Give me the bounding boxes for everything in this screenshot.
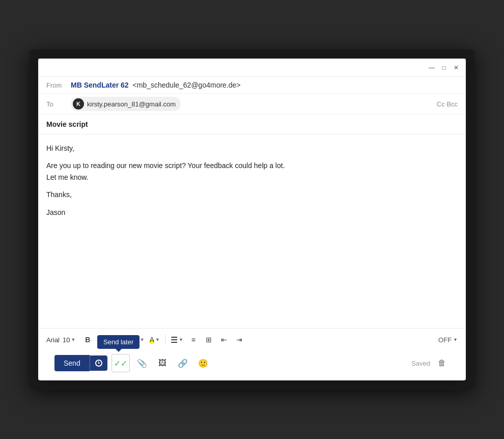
highlight-chevron-icon: ▼ bbox=[155, 337, 160, 342]
image-button[interactable]: 🖼 bbox=[154, 355, 171, 371]
align-icon: ☰ bbox=[171, 335, 178, 345]
send-clock-button[interactable] bbox=[90, 355, 107, 371]
body-paragraph: Are you up to reading our new movie scri… bbox=[46, 160, 458, 183]
font-name-label: Arial bbox=[46, 336, 60, 344]
to-label: To bbox=[46, 100, 67, 108]
action-bar: Send later Send ✓✓ 📎 🖼 bbox=[46, 351, 458, 378]
off-toggle[interactable]: OFF ▼ bbox=[438, 336, 458, 344]
from-email: <mb_schedule_62@go4more.de> bbox=[133, 81, 241, 89]
to-row: To K kirsty.pearson_81@gmail.com Cc Bcc bbox=[38, 94, 466, 115]
minimize-button[interactable]: — bbox=[428, 64, 435, 71]
font-color-chevron-icon: ▼ bbox=[140, 337, 145, 342]
check-button[interactable]: ✓✓ bbox=[111, 354, 130, 372]
toolbar-container: Arial 10 ▼ B I U A ▼ A ▼ bbox=[38, 328, 466, 380]
attach-button[interactable]: 📎 bbox=[134, 355, 150, 371]
send-label: Send bbox=[64, 359, 80, 367]
off-label: OFF bbox=[438, 336, 452, 344]
recipient-avatar: K bbox=[73, 98, 84, 109]
ordered-list-button[interactable]: ≡ bbox=[186, 333, 201, 347]
off-chevron-icon: ▼ bbox=[453, 337, 458, 342]
emoji-button[interactable]: 🙂 bbox=[195, 355, 211, 371]
highlight-color-dropdown[interactable]: A ▼ bbox=[148, 335, 162, 345]
image-icon: 🖼 bbox=[158, 359, 166, 368]
font-size-chevron-icon: ▼ bbox=[71, 337, 75, 342]
emoji-icon: 🙂 bbox=[198, 359, 208, 368]
toolbar-separator-2 bbox=[165, 335, 165, 345]
send-later-tooltip: Send later bbox=[97, 335, 139, 349]
title-bar-controls: — □ ✕ bbox=[428, 64, 460, 71]
cc-bcc-button[interactable]: Cc Bcc bbox=[437, 100, 458, 108]
link-icon: 🔗 bbox=[178, 359, 188, 368]
saved-label: Saved bbox=[411, 360, 430, 367]
title-bar: — □ ✕ bbox=[38, 59, 466, 77]
subject-row: Movie script bbox=[38, 115, 466, 134]
unordered-list-button[interactable]: ⊞ bbox=[202, 333, 216, 347]
delete-button[interactable]: 🗑 bbox=[434, 355, 450, 371]
from-row: From MB SendLater 62 <mb_schedule_62@go4… bbox=[38, 77, 466, 94]
recipient-email: kirsty.pearson_81@gmail.com bbox=[87, 100, 176, 108]
from-label: From bbox=[46, 81, 67, 89]
email-body[interactable]: Hi Kirsty, Are you up to reading our new… bbox=[38, 134, 466, 328]
subject-text: Movie script bbox=[46, 120, 88, 128]
send-button-group: Send bbox=[54, 355, 107, 371]
font-size-value: 10 bbox=[63, 336, 70, 344]
close-button[interactable]: ✕ bbox=[453, 64, 460, 71]
send-button[interactable]: Send bbox=[54, 355, 90, 371]
paperclip-icon: 📎 bbox=[137, 359, 147, 368]
body-signature: Jason bbox=[46, 207, 458, 218]
bold-button[interactable]: B bbox=[80, 333, 95, 347]
from-name: MB SendLater 62 bbox=[71, 81, 129, 89]
window-shadow: — □ ✕ From MB SendLater 62 <mb_schedule_… bbox=[29, 49, 475, 390]
body-greeting: Hi Kirsty, bbox=[46, 143, 458, 154]
align-chevron-icon: ▼ bbox=[179, 337, 183, 342]
maximize-button[interactable]: □ bbox=[440, 64, 447, 71]
link-button[interactable]: 🔗 bbox=[175, 355, 191, 371]
email-window: — □ ✕ From MB SendLater 62 <mb_schedule_… bbox=[38, 59, 466, 380]
align-dropdown[interactable]: ☰ ▼ bbox=[169, 334, 185, 346]
highlight-icon: A bbox=[150, 336, 154, 344]
indent-increase-button[interactable]: ⇥ bbox=[232, 333, 246, 347]
check-icon: ✓✓ bbox=[114, 359, 127, 368]
font-size-dropdown[interactable]: 10 ▼ bbox=[63, 336, 75, 344]
indent-decrease-button[interactable]: ⇤ bbox=[217, 333, 231, 347]
to-recipient-chip[interactable]: K kirsty.pearson_81@gmail.com bbox=[71, 97, 181, 111]
trash-icon: 🗑 bbox=[438, 359, 446, 368]
clock-icon bbox=[95, 360, 102, 367]
body-thanks: Thanks, bbox=[46, 189, 458, 200]
